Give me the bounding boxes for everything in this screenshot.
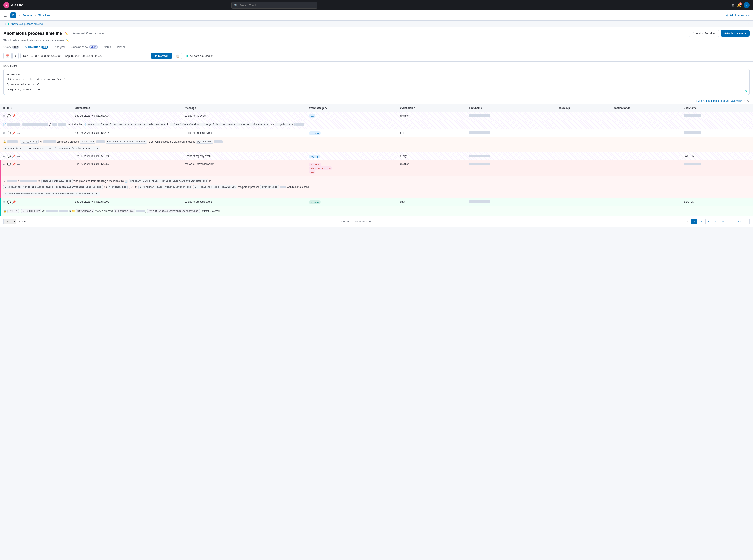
col-header-message[interactable]: message (182, 104, 306, 112)
expand-cell-5: 🔒 SYSTEM \ NT AUTHORITY @ in 📁 C:\Window… (0, 206, 753, 216)
datasources-chevron: ▾ (211, 54, 213, 58)
close-timeline-icon[interactable]: ✕ (748, 23, 750, 25)
attach-to-case-label: Attach to case (724, 32, 743, 35)
page-last-button[interactable]: 12 (735, 219, 743, 224)
per-page-select[interactable]: 25 50 100 (3, 219, 16, 224)
col-header-action[interactable]: event.action (398, 104, 466, 112)
datasources-label: All data sources (190, 54, 210, 58)
pin-row-icon[interactable]: 📌 (12, 114, 16, 118)
pin-row-icon[interactable]: 📌 (12, 132, 16, 135)
comment-row-icon[interactable]: 💬 (7, 132, 11, 135)
refresh-button[interactable]: ↻ Refresh (151, 53, 172, 59)
attach-to-case-button[interactable]: Attach to case ▾ (721, 30, 750, 37)
col-header-user[interactable]: user.name (681, 104, 753, 112)
comment-row-icon[interactable]: 💬 (7, 163, 11, 166)
bell-icon[interactable]: 🔔1 (737, 3, 741, 7)
breadcrumb-timelines[interactable]: Timelines (38, 14, 50, 17)
edit-title-icon[interactable]: ✏️ (64, 32, 68, 35)
breadcrumb-add-icon[interactable]: ⊕ (3, 22, 6, 26)
breadcrumb-timeline-link[interactable]: Anomalous process timeline (11, 23, 43, 25)
tab-analyzer[interactable]: Analyzer (52, 44, 68, 50)
col-header-dest[interactable]: destination.ip (611, 104, 681, 112)
eql-settings-icon[interactable]: ⚙ (747, 99, 750, 102)
next-page-button[interactable]: › (744, 219, 750, 224)
add-to-favorites-button[interactable]: ☆ Add to favorites (689, 30, 719, 37)
col-header-timestamp[interactable]: @timestamp (72, 104, 182, 112)
tab-query[interactable]: Query 192 (1, 44, 22, 50)
comment-row-icon[interactable]: 💬 (7, 114, 11, 118)
tab-correlation[interactable]: Correlation 300 (23, 44, 51, 50)
calendar-dropdown-button[interactable]: ▾ (13, 53, 19, 59)
row-actions: ✏ 💬 📌 ••• (0, 112, 72, 120)
hamburger-menu[interactable]: ☰ (3, 13, 7, 18)
row-host (466, 129, 556, 137)
page-1-button[interactable]: 1 (691, 219, 697, 224)
file-icon: 📄 (124, 180, 128, 182)
user-avatar[interactable]: N (744, 2, 750, 8)
comment-row-icon[interactable]: 💬 (7, 155, 11, 158)
expand-row-1: 📄 \ @ created a file 📄 endpoint-large-fi… (0, 120, 753, 129)
breadcrumb-security[interactable]: Security (22, 14, 33, 17)
col-header-category[interactable]: event.category (306, 104, 397, 112)
elastic-logo[interactable]: elastic (3, 2, 23, 8)
calendar-icon-button[interactable]: 📅 (3, 53, 12, 59)
copy-button[interactable]: 📋 (174, 53, 182, 59)
beta-badge: BETA (90, 45, 98, 48)
page-2-button[interactable]: 2 (698, 219, 704, 224)
row-user (681, 112, 753, 120)
pin-row-icon[interactable]: 📌 (12, 155, 16, 158)
row-host (466, 198, 556, 206)
tab-notes[interactable]: Notes (101, 44, 114, 50)
row-timestamp: Sep 16, 2021 @ 00:11:53.524 (72, 152, 182, 160)
expand-row-2: 🔒 \ B_TL_E%L%]$ @ terminated process > c… (0, 137, 753, 152)
hash-value-malware: # 559e66074a45750f5244809b316a63c6c09abd… (3, 192, 100, 196)
search-expand-icon[interactable]: ⤢ (744, 23, 746, 25)
eql-editor[interactable]: sequence [file where file.extension == "… (3, 69, 750, 95)
edit-row-icon[interactable]: ✏ (3, 163, 6, 166)
page-3-button[interactable]: 3 (705, 219, 712, 224)
col-header-source[interactable]: source.ip (556, 104, 611, 112)
search-icon: 🔍 (234, 4, 238, 7)
search-input[interactable]: 🔍 Search Elastic (231, 2, 317, 8)
more-row-icon[interactable]: ••• (17, 200, 20, 204)
tabs-container: Query 192 Correlation 300 Analyzer Sessi… (0, 44, 753, 51)
datasource-status-dot (186, 55, 189, 57)
prev-page-button[interactable]: ‹ (685, 219, 690, 224)
more-row-icon[interactable]: ••• (17, 114, 20, 118)
settings-icon[interactable]: ⚙ (7, 106, 9, 109)
per-page-label: of (18, 220, 20, 223)
edit-row-icon[interactable]: ✏ (3, 132, 5, 135)
edit-row-icon[interactable]: ✏ (3, 155, 5, 158)
columns-icon[interactable]: ▦ (3, 106, 5, 109)
pin-row-icon[interactable]: 📌 (12, 200, 16, 204)
add-integrations-link[interactable]: ⊕ Add integrations (726, 14, 750, 17)
all-data-sources-button[interactable]: All data sources ▾ (184, 53, 215, 59)
breadcrumb-d[interactable]: D (10, 13, 16, 18)
row-timestamp: Sep 16, 2021 @ 00:11:53.416 (72, 129, 182, 137)
col-header-host[interactable]: host.name (466, 104, 556, 112)
eql-overview-link[interactable]: Event Query Language (EQL) Overview (696, 99, 741, 102)
more-row-icon[interactable]: ••• (17, 132, 20, 135)
edit-row-icon[interactable]: ✏ (3, 114, 5, 118)
eql-footer: Event Query Language (EQL) Overview ↗ ⚙ (0, 98, 753, 104)
comment-row-icon[interactable]: 💬 (7, 200, 11, 204)
breadcrumb-row: ⊕ Anomalous process timeline ⤢ ✕ (0, 21, 753, 27)
more-row-icon[interactable]: ••• (17, 163, 20, 166)
autosaved-status: Autosaved 30 seconds ago (73, 32, 103, 35)
query-toolbar: 📅 ▾ Sep 16, 2021 @ 00:00:00.000 → Sep 16… (0, 51, 753, 62)
expand-all-icon[interactable]: ⤢ (10, 106, 13, 109)
system-icon: 🔒 (3, 209, 6, 213)
more-row-icon[interactable]: ••• (17, 155, 20, 158)
pin-row-icon[interactable]: 📌 (12, 163, 16, 166)
grid-icon[interactable]: ⊞ (731, 3, 734, 7)
row-source: — (556, 112, 611, 120)
page-5-button[interactable]: 5 (720, 219, 726, 224)
edit-row-icon[interactable]: ✏ (3, 200, 6, 204)
tab-pinned[interactable]: Pinned (114, 44, 128, 50)
tab-session-view[interactable]: Session View BETA (69, 44, 100, 50)
title-bar: Anomalous process timeline ✏️ Autosaved … (0, 27, 753, 38)
query-badge: 192 (12, 45, 19, 48)
edit-description-icon[interactable]: ✏️ (65, 38, 69, 42)
date-range-picker[interactable]: Sep 16, 2021 @ 00:00:00.000 → Sep 16, 20… (20, 53, 149, 59)
page-4-button[interactable]: 4 (713, 219, 719, 224)
